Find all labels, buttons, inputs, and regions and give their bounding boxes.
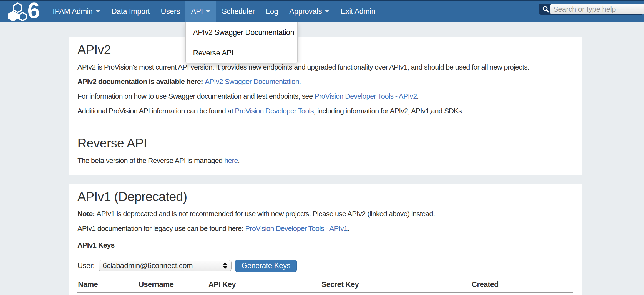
- apiv2-swagger-doc-link[interactable]: APIv2 Swagger Documentation: [205, 77, 299, 86]
- api-keys-table: Name Username API Key Secret Key Created: [77, 280, 573, 293]
- reverse-api-here-link[interactable]: here: [224, 156, 238, 165]
- apiv1-keys-heading: APIv1 Keys: [77, 241, 573, 250]
- nav-item-api[interactable]: API APIv2 Swagger Documentation Reverse …: [185, 1, 216, 22]
- note-bold: Note:: [77, 210, 97, 218]
- main-content: APIv2 APIv2 is ProVision's most current …: [69, 37, 582, 295]
- dropdown-item-reverse-api[interactable]: Reverse API: [186, 43, 297, 63]
- nav-item-ipam-admin[interactable]: IPAM Admin: [47, 1, 106, 22]
- text: APIv1 is deprecated and is not recommend…: [97, 210, 435, 218]
- nav-item-exit-admin[interactable]: Exit Admin: [335, 1, 381, 22]
- nav-item-label: Scheduler: [222, 7, 255, 16]
- nav-item-label: IPAM Admin: [53, 7, 93, 16]
- dropdown-item-apiv2-swagger[interactable]: APIv2 Swagger Documentation: [186, 22, 297, 43]
- logo-six-text: 6: [27, 0, 40, 22]
- nav-item-log[interactable]: Log: [260, 1, 284, 22]
- apiv2-doc-text: APIv2 documentation is available here: A…: [77, 78, 573, 86]
- text: Additional ProVision API information can…: [77, 107, 235, 115]
- text: .: [238, 156, 240, 165]
- nav-item-data-import[interactable]: Data Import: [106, 1, 155, 22]
- apiv2-panel: APIv2 APIv2 is ProVision's most current …: [69, 37, 582, 175]
- text: .: [299, 77, 301, 86]
- search-bar: [539, 4, 643, 15]
- nav-item-users[interactable]: Users: [155, 1, 185, 22]
- apiv1-doc-text: APIv1 documentation for legacy use can b…: [77, 225, 573, 233]
- caret-down-icon: [206, 10, 211, 13]
- provision-logo[interactable]: 6: [0, 1, 47, 22]
- apiv1-heading: APIv1 (Deprecated): [77, 190, 573, 204]
- user-select-value: 6clabadmin@6connect.com: [103, 261, 193, 270]
- text: , including information for APIv2, APIv1…: [314, 107, 464, 115]
- nav-item-label: Users: [161, 7, 180, 16]
- nav-item-label: API: [191, 7, 203, 16]
- developer-tools-link[interactable]: ProVision Developer Tools: [235, 107, 314, 115]
- apiv2-heading: APIv2: [77, 43, 573, 57]
- generate-keys-button[interactable]: Generate Keys: [235, 260, 297, 272]
- user-select[interactable]: 6clabadmin@6connect.com: [99, 260, 232, 271]
- top-navbar: 6 IPAM Admin Data Import Users API APIv2…: [0, 0, 644, 22]
- api-dropdown-menu: APIv2 Swagger Documentation Reverse API: [185, 22, 298, 63]
- apiv2-intro-text: APIv2 is ProVision's most current API ve…: [77, 63, 573, 72]
- table-header-row: Name Username API Key Secret Key Created: [77, 280, 573, 292]
- text: .: [417, 92, 419, 100]
- developer-tools-apiv2-link[interactable]: ProVision Developer Tools - APIv2: [315, 92, 417, 100]
- nav-item-label: Exit Admin: [341, 7, 375, 16]
- apiv1-note-text: Note: APIv1 is deprecated and is not rec…: [77, 210, 573, 218]
- swagger-info-text: For information on how to use Swagger do…: [77, 92, 573, 101]
- search-icon[interactable]: [541, 5, 550, 13]
- user-label: User:: [77, 261, 95, 270]
- generate-keys-form: User: 6clabadmin@6connect.com Generate K…: [77, 260, 573, 272]
- apiv1-panel: APIv1 (Deprecated) Note: APIv1 is deprec…: [69, 184, 582, 295]
- text: The beta version of the Reverse API is m…: [77, 156, 224, 165]
- nav-item-label: Log: [266, 7, 278, 16]
- hexagon-outline-icon: [18, 12, 27, 21]
- nav-menu: IPAM Admin Data Import Users API APIv2 S…: [47, 1, 381, 22]
- nav-item-label: Data Import: [112, 7, 150, 16]
- nav-item-approvals[interactable]: Approvals: [284, 1, 335, 22]
- caret-down-icon: [95, 10, 100, 13]
- column-header-secret-key: Secret Key: [321, 280, 471, 292]
- column-header-created: Created: [471, 280, 573, 292]
- select-arrows-icon: [223, 262, 227, 269]
- text: APIv1 documentation for legacy use can b…: [77, 224, 245, 233]
- additional-info-text: Additional ProVision API information can…: [77, 107, 573, 115]
- text: .: [348, 224, 349, 233]
- column-header-api-key: API Key: [208, 280, 321, 292]
- caret-down-icon: [324, 10, 329, 13]
- developer-tools-apiv1-link[interactable]: ProVision Developer Tools - APIv1: [245, 224, 348, 233]
- column-header-name: Name: [77, 280, 138, 292]
- nav-item-label: Approvals: [289, 7, 322, 16]
- apiv2-intro-span: APIv2 is ProVision's most current API ve…: [77, 63, 529, 71]
- reverse-api-text: The beta version of the Reverse API is m…: [77, 157, 573, 165]
- search-input[interactable]: [550, 4, 644, 14]
- hexagon-filled-icon: [8, 11, 18, 21]
- reverse-api-heading: Reverse API: [77, 136, 573, 150]
- hexagon-outline-icon: [13, 2, 22, 13]
- nav-item-scheduler[interactable]: Scheduler: [216, 1, 260, 22]
- apiv2-doc-bold: APIv2 documentation is available here:: [77, 77, 205, 86]
- text: For information on how to use Swagger do…: [77, 92, 315, 100]
- column-header-username: Username: [138, 280, 208, 292]
